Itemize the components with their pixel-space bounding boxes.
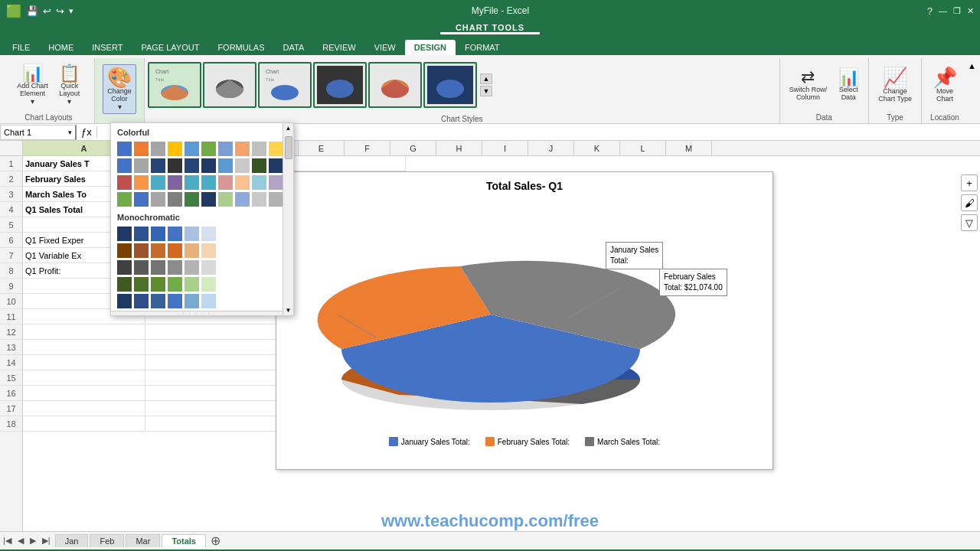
chart-filters-button[interactable]: ▽ [961, 214, 978, 231]
tab-data[interactable]: DATA [274, 40, 314, 55]
color-swatch[interactable] [201, 294, 216, 308]
color-swatch[interactable] [201, 142, 216, 156]
color-swatch[interactable] [252, 158, 266, 173]
color-swatch[interactable] [269, 158, 283, 173]
color-swatch[interactable] [134, 260, 149, 275]
tab-review[interactable]: REVIEW [313, 40, 364, 55]
color-swatch[interactable] [134, 227, 149, 241]
color-picker-dropdown[interactable]: Colorful [110, 122, 294, 316]
col-header-g[interactable]: G [390, 141, 436, 155]
sheet-tab-mar[interactable]: Mar [126, 534, 160, 547]
scroll-down-arrow[interactable]: ▼ [284, 305, 293, 315]
color-swatch[interactable] [134, 175, 149, 190]
color-swatch[interactable] [134, 142, 149, 156]
color-swatch[interactable] [134, 277, 149, 292]
color-swatch[interactable] [151, 175, 165, 190]
tab-format[interactable]: FORMAT [456, 40, 509, 55]
color-swatch[interactable] [252, 142, 266, 156]
change-color-button[interactable]: 🎨 ChangeColor ▾ [103, 64, 136, 114]
redo-icon[interactable]: ↪ [56, 5, 64, 17]
add-sheet-button[interactable]: ⊕ [206, 533, 225, 548]
scroll-up-arrow[interactable]: ▲ [284, 123, 293, 133]
col-header-j[interactable]: J [528, 141, 574, 155]
color-swatch[interactable] [168, 277, 182, 292]
color-swatch[interactable] [168, 192, 182, 207]
tab-home[interactable]: HOME [39, 40, 83, 55]
help-icon[interactable]: ? [927, 5, 933, 17]
color-swatch[interactable] [201, 192, 216, 207]
color-swatch[interactable] [117, 260, 132, 275]
color-swatch[interactable] [201, 158, 216, 173]
color-swatch[interactable] [134, 243, 149, 258]
minimize-button[interactable]: — [939, 6, 947, 15]
color-swatch[interactable] [218, 192, 233, 207]
color-swatch[interactable] [117, 227, 132, 241]
cell-a12[interactable] [23, 324, 145, 339]
chart-styles-scroll-up[interactable]: ▲ [480, 73, 492, 84]
color-swatch[interactable] [168, 158, 182, 173]
chart-elements-button[interactable]: + [961, 174, 978, 191]
ribbon-collapse-icon[interactable]: ▲ [968, 61, 976, 70]
color-swatch[interactable] [269, 192, 283, 207]
col-header-l[interactable]: L [620, 141, 666, 155]
scroll-thumb[interactable] [285, 136, 292, 159]
color-swatch[interactable] [185, 175, 199, 190]
color-swatch[interactable] [151, 158, 165, 173]
color-swatch[interactable] [252, 175, 266, 190]
sheet-nav-next[interactable]: ▶ [27, 536, 39, 546]
chart-style-6[interactable] [423, 62, 477, 108]
sheet-nav-prev[interactable]: ◀ [15, 536, 27, 546]
color-swatch[interactable] [269, 142, 283, 156]
color-swatch[interactable] [151, 192, 165, 207]
color-swatch[interactable] [168, 260, 182, 275]
color-swatch[interactable] [168, 227, 182, 241]
undo-icon[interactable]: ↩ [43, 5, 51, 17]
color-swatch[interactable] [117, 294, 132, 308]
dropdown-resize-handle[interactable]: · · · · · [111, 311, 283, 315]
color-swatch[interactable] [235, 192, 250, 207]
color-swatch[interactable] [151, 142, 165, 156]
tab-design[interactable]: DESIGN [405, 40, 456, 55]
cell-a15[interactable] [23, 370, 145, 385]
color-swatch[interactable] [117, 142, 132, 156]
name-box[interactable]: Chart 1 ▾ [0, 125, 77, 140]
move-chart-button[interactable]: 📌 MoveChart [928, 64, 962, 106]
switch-row-column-button[interactable]: ⇄ Switch Row/Column [785, 66, 832, 104]
color-swatch[interactable] [168, 142, 182, 156]
color-swatch[interactable] [218, 158, 233, 173]
color-swatch[interactable] [168, 175, 182, 190]
close-button[interactable]: ✕ [967, 6, 974, 16]
color-swatch[interactable] [151, 277, 165, 292]
cell-a18[interactable] [23, 416, 145, 431]
add-chart-element-button[interactable]: 📊 Add ChartElement ▾ [12, 62, 53, 109]
color-swatch[interactable] [185, 192, 199, 207]
color-swatch[interactable] [168, 294, 182, 308]
color-swatch[interactable] [151, 260, 165, 275]
col-header-h[interactable]: H [436, 141, 482, 155]
chart-style-4[interactable] [313, 62, 367, 108]
sheet-nav-first[interactable]: |◀ [0, 536, 15, 546]
restore-button[interactable]: ❐ [953, 6, 961, 16]
color-swatch[interactable] [151, 227, 165, 241]
tab-page-layout[interactable]: PAGE LAYOUT [132, 40, 208, 55]
color-swatch[interactable] [151, 294, 165, 308]
col-header-k[interactable]: K [574, 141, 620, 155]
tab-insert[interactable]: INSERT [83, 40, 132, 55]
color-swatch[interactable] [185, 227, 199, 241]
select-data-button[interactable]: 📊 SelectData [833, 66, 864, 104]
color-swatch[interactable] [201, 227, 216, 241]
color-swatch[interactable] [201, 243, 216, 258]
chart-style-1[interactable]: ChartTitle [148, 62, 201, 108]
save-icon[interactable]: 💾 [26, 5, 38, 17]
color-swatch[interactable] [151, 243, 165, 258]
color-swatch[interactable] [117, 243, 132, 258]
color-swatch[interactable] [117, 192, 132, 207]
color-swatch[interactable] [134, 294, 149, 308]
color-swatch[interactable] [185, 277, 199, 292]
col-header-f[interactable]: F [345, 141, 390, 155]
cell-a16[interactable] [23, 386, 145, 400]
color-swatch[interactable] [235, 158, 250, 173]
sheet-nav-last[interactable]: ▶| [39, 536, 54, 546]
color-swatch[interactable] [185, 260, 199, 275]
formula-function-button[interactable]: ƒx [77, 126, 97, 138]
